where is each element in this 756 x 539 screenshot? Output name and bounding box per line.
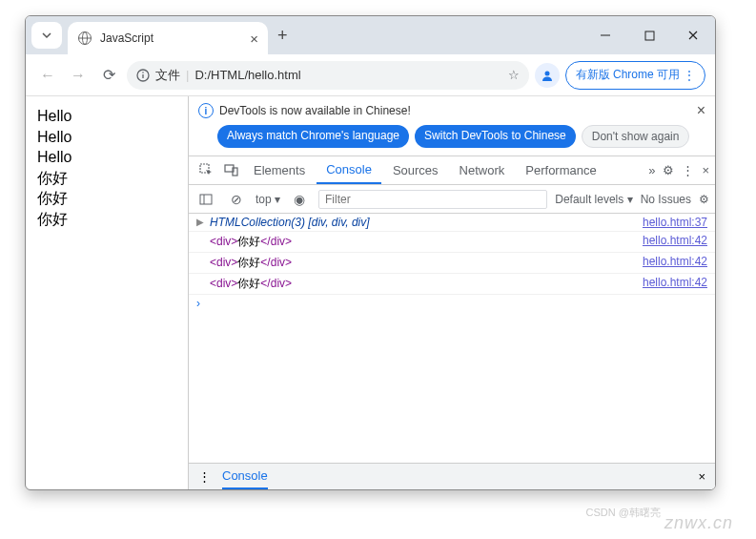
- drawer-close-icon[interactable]: ×: [698, 469, 705, 484]
- watermark-text: znwx.cn: [664, 513, 733, 533]
- switch-chinese-button[interactable]: Switch DevTools to Chinese: [415, 125, 576, 148]
- log-row[interactable]: <div>你好</div> hello.html:42: [189, 232, 715, 253]
- titlebar: JavaScript × +: [26, 16, 715, 54]
- url-box[interactable]: 文件 | D:/HTML/hello.html ☆: [127, 61, 529, 90]
- kebab-icon[interactable]: ⋮: [682, 163, 694, 177]
- url-text: D:/HTML/hello.html: [194, 68, 300, 82]
- reload-button[interactable]: ⟳: [96, 66, 121, 84]
- forward-button[interactable]: →: [66, 67, 91, 84]
- sidebar-toggle-icon[interactable]: [194, 193, 217, 206]
- minimize-button[interactable]: [583, 16, 627, 54]
- page-line: 你好: [37, 188, 176, 209]
- source-link[interactable]: hello.html:42: [643, 255, 707, 271]
- page-content: Hello Hello Hello 你好 你好 你好: [26, 96, 188, 489]
- maximize-button[interactable]: [627, 16, 671, 54]
- info-icon: [136, 69, 150, 82]
- tab-title: JavaScript: [100, 31, 242, 45]
- window-controls: [583, 16, 715, 54]
- inspect-icon[interactable]: [194, 163, 217, 177]
- tab-network[interactable]: Network: [450, 156, 515, 184]
- browser-window: JavaScript × + ← → ⟳ 文件 | D:/HTML/hello.…: [25, 15, 716, 490]
- log-row[interactable]: <div>你好</div> hello.html:42: [189, 253, 715, 274]
- close-button[interactable]: [671, 16, 715, 54]
- profile-button[interactable]: [535, 63, 560, 88]
- svg-rect-4: [645, 31, 654, 40]
- log-row[interactable]: <div>你好</div> hello.html:42: [189, 274, 715, 295]
- tab-sources[interactable]: Sources: [383, 156, 448, 184]
- devtools-panel: i DevTools is now available in Chinese! …: [188, 96, 715, 489]
- page-line: 你好: [37, 168, 176, 189]
- more-icon: ⋮: [684, 69, 695, 82]
- drawer-menu-icon[interactable]: ⋮: [198, 469, 211, 484]
- live-expression-icon[interactable]: ◉: [288, 192, 311, 207]
- banner-close-icon[interactable]: ×: [697, 102, 705, 119]
- console-toolbar: ⊘ top ▾ ◉ Default levels ▾ No Issues ⚙: [189, 185, 715, 214]
- console-prompt[interactable]: ›: [189, 295, 715, 312]
- source-link[interactable]: hello.html:42: [643, 276, 707, 292]
- star-icon[interactable]: ☆: [508, 68, 520, 82]
- language-banner: i DevTools is now available in Chinese! …: [189, 96, 715, 125]
- devtools-close-icon[interactable]: ×: [702, 163, 709, 177]
- context-selector[interactable]: top ▾: [255, 193, 280, 206]
- more-tabs-icon[interactable]: »: [648, 163, 655, 177]
- svg-point-8: [544, 71, 549, 75]
- tab-elements[interactable]: Elements: [244, 156, 315, 184]
- issues-label[interactable]: No Issues: [641, 193, 691, 206]
- levels-selector[interactable]: Default levels ▾: [555, 193, 632, 206]
- address-bar: ← → ⟳ 文件 | D:/HTML/hello.html ☆ 有新版 Chro…: [26, 54, 715, 96]
- new-tab-button[interactable]: +: [277, 26, 288, 46]
- console-output: ▶ HTMLCollection(3) [div, div, div] hell…: [189, 214, 715, 463]
- tab-performance[interactable]: Performance: [516, 156, 605, 184]
- drawer-tab-console[interactable]: Console: [222, 464, 268, 489]
- dont-show-button[interactable]: Don't show again: [582, 125, 690, 148]
- settings-icon[interactable]: ⚙: [663, 163, 674, 177]
- content-area: Hello Hello Hello 你好 你好 你好 i DevTools is…: [26, 96, 715, 489]
- attribution-text: CSDN @韩曙亮: [586, 506, 661, 520]
- device-icon[interactable]: [219, 163, 242, 177]
- page-line: 你好: [37, 209, 176, 230]
- source-link[interactable]: hello.html:37: [643, 216, 707, 229]
- svg-point-7: [142, 72, 144, 73]
- language-pill-row: Always match Chrome's language Switch De…: [189, 125, 715, 156]
- back-button[interactable]: ←: [35, 67, 60, 84]
- log-row[interactable]: ▶ HTMLCollection(3) [div, div, div] hell…: [189, 214, 715, 232]
- filter-input[interactable]: [318, 190, 547, 209]
- drawer: ⋮ Console ×: [189, 463, 715, 489]
- svg-rect-12: [200, 195, 212, 204]
- tab-search-button[interactable]: [31, 22, 62, 49]
- file-label: 文件: [155, 67, 180, 84]
- expand-icon[interactable]: ▶: [196, 217, 204, 227]
- clear-console-icon[interactable]: ⊘: [225, 192, 248, 207]
- devtools-tabs: Elements Console Sources Network Perform…: [189, 156, 715, 185]
- info-icon: i: [198, 103, 214, 118]
- page-line: Hello: [37, 147, 176, 168]
- match-language-button[interactable]: Always match Chrome's language: [217, 125, 409, 148]
- page-line: Hello: [37, 127, 176, 148]
- banner-text: DevTools is now available in Chinese!: [219, 104, 411, 117]
- chrome-update-pill[interactable]: 有新版 Chrome 可用 ⋮: [565, 61, 705, 90]
- browser-tab[interactable]: JavaScript ×: [68, 22, 268, 54]
- source-link[interactable]: hello.html:42: [643, 234, 707, 250]
- tab-console[interactable]: Console: [317, 156, 381, 184]
- console-settings-icon[interactable]: ⚙: [699, 193, 709, 206]
- globe-icon: [77, 31, 92, 46]
- tab-close-icon[interactable]: ×: [250, 31, 258, 47]
- page-line: Hello: [37, 106, 176, 127]
